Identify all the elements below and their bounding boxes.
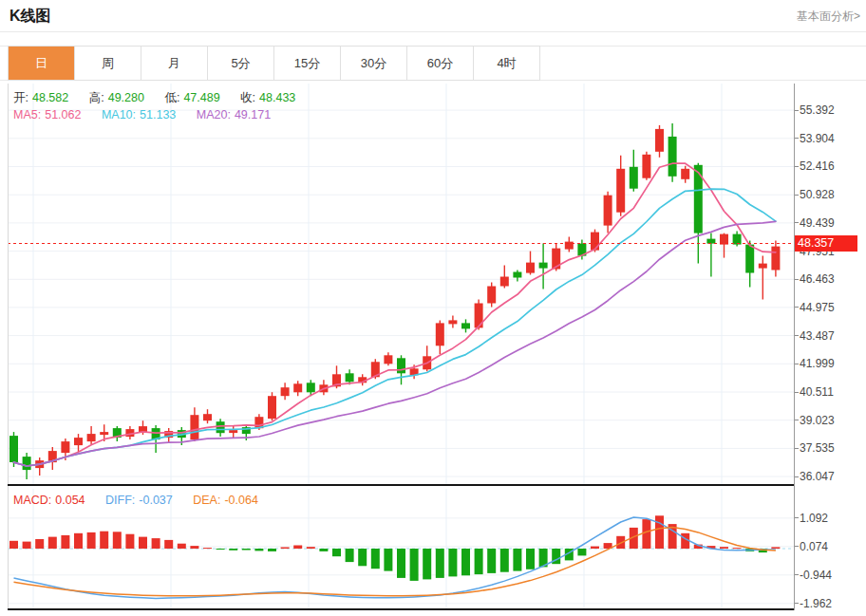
tab-week[interactable]: 周: [75, 47, 141, 80]
ma5-value: 51.062: [45, 108, 81, 121]
tab-60min[interactable]: 60分: [407, 47, 474, 80]
ma-legend: MA5:51.062 MA10:51.133 MA20:49.171: [13, 108, 274, 121]
tab-month[interactable]: 月: [141, 47, 208, 80]
diff-value: -0.037: [139, 494, 172, 507]
period-tabbar: 日 周 月 5分 15分 30分 60分 4时: [8, 46, 540, 81]
macd-y-axis: 1.0920.074-0.944-1.962: [794, 489, 866, 608]
y-axis-label: 41.999: [800, 357, 835, 370]
main-chart[interactable]: [8, 84, 794, 485]
low-label: 低:: [164, 91, 179, 104]
y-axis-label: 55.392: [800, 103, 835, 117]
y-axis-label: 36.047: [800, 470, 835, 483]
y-axis-label: 53.904: [800, 132, 835, 145]
macd-label: MACD:: [13, 494, 51, 507]
kline-page: K线图 基本面分析> 日 周 月 5分 15分 30分 60分 4时 开:48.…: [0, 0, 866, 616]
tab-4hour[interactable]: 4时: [474, 47, 539, 80]
close-label: 收:: [240, 91, 255, 104]
y-axis-label: 0.074: [800, 540, 828, 553]
macd-legend: MACD:0.054 DIFF:-0.037 DEA:-0.064: [13, 494, 262, 507]
y-axis-label: 43.487: [800, 329, 835, 343]
tab-30min[interactable]: 30分: [341, 47, 407, 80]
title-divider: [0, 31, 866, 32]
y-axis-label: 49.439: [800, 216, 835, 230]
close-value: 48.433: [259, 91, 295, 104]
y-axis-label: -0.944: [800, 569, 832, 582]
page-title: K线图: [9, 7, 51, 27]
high-label: 高:: [89, 91, 104, 104]
candles-group: [9, 123, 780, 479]
y-axis-label: 1.092: [800, 512, 828, 525]
open-label: 开:: [13, 91, 28, 104]
low-value: 47.489: [183, 91, 219, 104]
y-axis-label: 52.416: [800, 159, 835, 173]
ma5-label: MA5:: [13, 108, 41, 121]
y-axis-label: 44.975: [800, 301, 835, 314]
ma10-label: MA10:: [102, 108, 136, 121]
candlestick-canvas: [8, 84, 794, 485]
y-axis-label: 39.023: [800, 414, 835, 427]
high-value: 49.280: [108, 91, 144, 104]
y-axis-label: 46.463: [800, 272, 835, 286]
ma20-label: MA20:: [197, 108, 231, 121]
plot-right-axis-line: [794, 84, 795, 610]
y-axis-label: 37.535: [800, 441, 835, 455]
last-price-marker: 48.357: [795, 235, 857, 252]
tab-15min[interactable]: 15分: [274, 47, 341, 80]
dea-label: DEA:: [193, 494, 220, 507]
diff-label: DIFF:: [105, 494, 135, 507]
y-axis-label: -1.962: [800, 597, 832, 610]
macd-bottom-border: [8, 608, 794, 610]
tab-day[interactable]: 日: [9, 47, 75, 80]
macd-value: 0.054: [55, 494, 85, 507]
open-value: 48.582: [32, 91, 68, 104]
ma10-line: [14, 189, 776, 466]
ohlc-legend: 开:48.582 高:49.280 低:47.489 收:48.433: [13, 90, 299, 106]
price-y-axis: 55.39253.90452.41650.92849.43947.95146.4…: [794, 84, 866, 485]
dea-value: -0.064: [224, 494, 257, 507]
tab-5min[interactable]: 5分: [208, 47, 274, 80]
ma20-value: 49.171: [235, 108, 271, 121]
ma10-value: 51.133: [140, 108, 176, 121]
y-axis-label: 40.511: [800, 385, 834, 399]
y-axis-label: 50.928: [800, 188, 835, 201]
main-chart-bottom-border: [8, 484, 794, 486]
fundamental-analysis-link[interactable]: 基本面分析>: [797, 9, 860, 25]
plot-left-border: [8, 84, 9, 610]
